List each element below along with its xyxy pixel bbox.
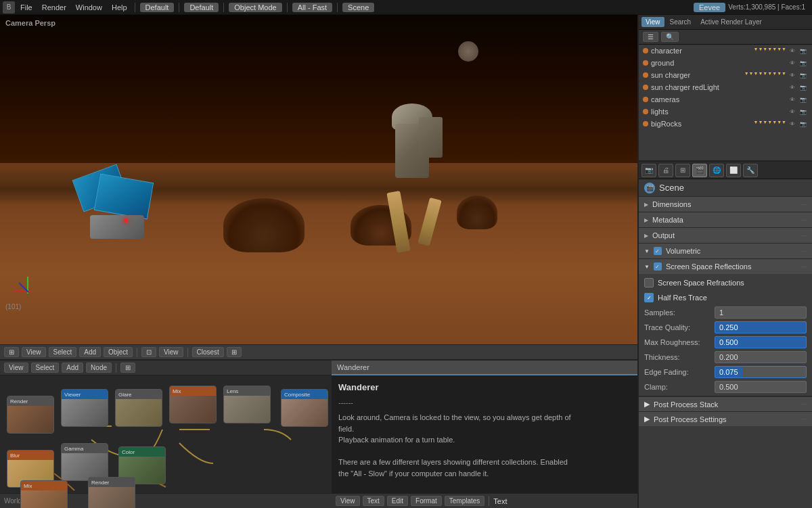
viewport-toolbar-view2[interactable]: View [159,347,183,357]
viewport-toolbar-select-btn[interactable]: View [22,347,46,357]
prop-btn-object[interactable]: ⬜ [726,164,741,177]
rover-body [90,215,144,239]
outliner-item-ground[interactable]: ground 👁 📷 [639,57,812,69]
outliner-dot-lights [643,109,648,114]
viewport-toolbar-view[interactable]: ⊞ [4,347,19,357]
post-process-settings-section[interactable]: ▶ Post Process Settings ··· [639,411,812,426]
node-editor-world-label: World [4,497,22,505]
workspace-selector[interactable]: Default [184,3,219,12]
viewport-toolbar-icons2[interactable]: ⊞ [227,347,242,357]
clamp-input[interactable]: 0.500 [715,381,807,393]
text-toolbar-view[interactable]: View [336,496,360,506]
edge-fading-row: Edge Fading: 0.075 [639,365,812,379]
eye-icon-6: 👁 [788,108,797,116]
text-toolbar-text[interactable]: Text [363,496,384,506]
prop-btn-scene[interactable]: 🎬 [692,164,707,177]
view-layer-selector[interactable]: All - Fast [292,3,332,12]
layout-selector[interactable]: Default [140,3,175,12]
node-2[interactable]: Viewer [61,389,108,427]
metadata-header[interactable]: ▶ Metadata ··· [639,212,812,227]
ssr-checkbox[interactable]: ✓ [654,262,662,271]
volumetric-arrow: ▼ [644,248,650,254]
prop-btn-world[interactable]: 🌐 [709,164,724,177]
sep [116,363,116,373]
viewport[interactable]: Camera Persp (101) [0,15,637,344]
text-toolbar-edit[interactable]: Edit [387,496,408,506]
trace-quality-input[interactable]: 0.250 [715,321,807,333]
tab-search[interactable]: Search [666,17,696,27]
ssr-section: ▼ ✓ Screen Space Reflections ··· Screen … [639,259,812,396]
outliner-filter-btn[interactable]: ☰ [643,32,658,42]
object-mode-selector[interactable]: Object Mode [229,3,281,12]
post-process-stack-section[interactable]: ▶ Post Process Stack ··· [639,396,812,411]
refractions-checkbox[interactable] [644,278,654,287]
outliner-item-sun-charger[interactable]: sun charger ▼▼▼▼▼▼▼▼▼ 👁 📷 [639,69,812,81]
edge-fading-input[interactable]: 0.075 [715,366,807,378]
prop-btn-modifier[interactable]: 🔧 [743,164,758,177]
volumetric-checkbox[interactable]: ✓ [654,247,662,255]
prop-btn-output[interactable]: 🖨 [658,164,673,177]
text-panel-bottom-toolbar: View Text Edit Format Templates Text [332,493,637,508]
samples-value: 1 [719,308,723,317]
clamp-value: 0.500 [719,383,738,391]
tab-render-layer[interactable]: Active Render Layer [696,17,766,27]
output-header[interactable]: ▶ Output ··· [639,228,812,243]
node-8[interactable]: Gamma [61,443,108,481]
blender-logo-icon[interactable]: B [3,1,15,14]
outliner-item-sun-charger-redlight[interactable]: sun charger redLight 👁 📷 [639,81,812,93]
half-res-checkbox[interactable]: ✓ [644,293,654,302]
menu-file[interactable]: File [16,2,37,13]
scene-selector[interactable]: Scene [342,3,374,12]
node-6[interactable]: Composite [281,389,328,427]
node-5[interactable]: Lens [223,386,271,423]
ssr-header[interactable]: ▼ ✓ Screen Space Reflections ··· [639,259,812,274]
robot-leg-right [418,198,443,246]
viewport-toolbar-icons[interactable]: ⊡ [141,347,156,357]
node-toolbar-node[interactable]: Node [86,363,112,373]
tab-view[interactable]: View [641,17,664,27]
outliner-item-lights[interactable]: lights 👁 📷 [639,106,812,118]
outliner-icons-cameras: 👁 📷 [788,95,808,103]
viewport-toolbar-object[interactable]: Object [104,347,133,357]
prop-btn-render[interactable]: 📷 [641,164,656,177]
node-11[interactable]: Render [88,477,135,508]
text-line-4: There are a few different layers showing… [338,457,631,468]
volumetric-header[interactable]: ▼ ✓ Volumetric ··· [639,244,812,258]
thickness-input[interactable]: 0.200 [715,351,807,363]
viewport-toolbar-add[interactable]: Add [79,347,101,357]
text-toolbar-format[interactable]: Format [411,496,442,506]
viewport-toolbar-select[interactable]: Select [49,347,77,357]
menu-help[interactable]: Help [108,2,131,13]
node-toolbar-view[interactable]: View [4,363,28,373]
samples-input[interactable]: 1 [715,306,807,319]
scene-title-label: Scene [659,183,684,193]
outliner-item-cameras[interactable]: cameras 👁 📷 [639,93,812,106]
render-engine-selector[interactable]: Eevee [694,3,725,12]
node-toolbar-icons[interactable]: ⊞ [120,363,135,373]
outliner-search-btn[interactable]: 🔍 [661,32,679,42]
node-toolbar-add[interactable]: Add [62,363,83,373]
max-roughness-label: Max Roughness: [644,338,712,346]
menu-window[interactable]: Window [72,2,106,13]
prop-btn-view-layer[interactable]: ⊞ [675,164,690,177]
outliner-dot-character [643,48,648,53]
outliner-label-ground: ground [651,59,674,67]
node-1[interactable]: Render [7,396,54,434]
outliner-item-bigrocks[interactable]: bigRocks ▼▼▼▼▼▼▼ 👁 📷 [639,118,812,130]
node-3-header: Glare [116,390,162,399]
sep [137,348,137,357]
post-stack-label: Post Process Stack [654,400,718,409]
outliner-item-character[interactable]: character ▼▼▼▼▼▼▼ 👁 📷 [639,45,812,57]
node-10[interactable]: Mix [20,480,68,508]
node-3[interactable]: Glare [115,389,162,427]
viewport-toolbar-closest[interactable]: Closest [192,347,224,357]
text-toolbar-templates[interactable]: Templates [445,496,485,506]
node-toolbar-select[interactable]: Select [31,363,60,373]
dimensions-label: Dimensions [652,200,691,208]
dimensions-header[interactable]: ▶ Dimensions ··· [639,197,812,212]
menu-render[interactable]: Render [38,2,70,13]
node-canvas[interactable]: Render Viewer Glare Mix [0,375,332,493]
node-4[interactable]: Mix [169,386,217,423]
outliner-icons-character: ▼▼▼▼▼▼▼ 👁 📷 [754,47,809,55]
max-roughness-input[interactable]: 0.500 [715,336,807,348]
